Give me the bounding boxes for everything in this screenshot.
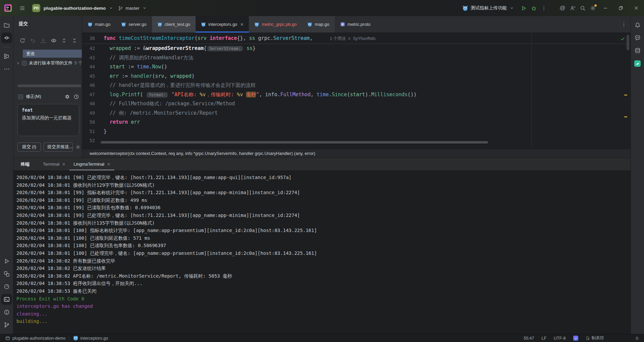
tab-label: map.go [315,22,329,27]
settings-gear-icon[interactable] [588,3,598,13]
line-number: 50 [82,118,101,127]
tab-close-icon[interactable]: ✕ [62,162,65,167]
eye-icon[interactable] [50,37,57,44]
warning-stripe-mark[interactable] [624,95,627,96]
unversioned-checkbox[interactable] [22,61,27,66]
services-icon[interactable] [1,269,12,279]
project-folder-icon[interactable] [1,20,12,31]
tab-close-icon[interactable]: ✕ [240,22,244,27]
encoding-widget[interactable]: UTF-8 [554,336,566,341]
ai-chat-icon[interactable] [632,33,643,43]
run-icon[interactable] [1,256,12,267]
terminal-icon[interactable] [1,294,12,305]
commit-and-push-button[interactable]: 提交并推送... [44,142,73,152]
search-icon[interactable] [578,3,588,13]
database-icon[interactable] [632,45,643,56]
amend-checkbox[interactable] [18,94,23,99]
inspections-ok-icon[interactable] [620,36,625,41]
git-icon[interactable] [1,320,12,330]
indent-style-widget[interactable]: 制表符 [586,335,604,341]
cursor-position-widget[interactable]: 55:47 [524,336,534,341]
profiler-icon[interactable] [1,281,12,292]
terminal-line: 2026/02/04 18:38:53 程序收到退出信号，开始关闭... [16,280,631,287]
vcs-log-icon[interactable] [1,51,12,62]
ai-assistant-at-icon[interactable]: @ [557,3,568,13]
project-widget[interactable]: PD plugable-authorization-demo [32,4,113,12]
more-actions-icon[interactable] [539,3,549,13]
problems-icon[interactable] [1,307,12,318]
tab-list-more-icon[interactable]: ⋮ [617,16,631,33]
editor-tab-map.go[interactable]: map.go [302,16,334,33]
editor-tab-client_test.go[interactable]: client_test.go [152,16,196,33]
commit-message-editor[interactable]: feat 添加测试用的一元拦截器 [17,104,79,136]
unversioned-files-row[interactable]: 未进行版本管理的文件 5 个文... [16,60,82,66]
vcs-widget[interactable]: master [118,6,146,11]
terminal-line: building... [16,318,631,325]
terminal-tab-LingmaTerminal[interactable]: LingmaTerminal✕ [69,158,114,170]
ai-generate-icon[interactable] [64,94,70,100]
expand-all-icon[interactable] [60,37,68,44]
terminal-tab-label: Terminal [43,162,59,167]
chevron-right-icon[interactable] [16,61,20,65]
tab-close-icon[interactable]: ✕ [107,162,110,167]
editor-vertical-scrollbar[interactable] [627,35,629,50]
editor-tab-metric_grpc.pb.go[interactable]: metric_grpc.pb.go [249,16,302,33]
code-area[interactable]: 38func timeCostStreamInterceptor(srv int… [82,33,631,149]
terminal-line: 2026/02/04 18:38:01 接收到共计129字节数据(以JSON格式… [16,181,631,189]
changes-group-row[interactable]: 更改 [23,50,82,58]
run-config-gopher-icon [462,5,468,11]
terminal-tab-Terminal[interactable]: Terminal✕ [39,158,69,170]
line-number: 47 [82,90,101,100]
editor-tab-server.go[interactable]: server.go [116,16,152,33]
breadcrumb-file[interactable]: interceptors.go [80,336,108,341]
restore-button[interactable] [613,0,629,16]
go-file-icon [307,22,312,27]
project-name: plugable-authorization-demo [44,6,106,11]
add-user-icon[interactable] [568,3,578,13]
go-file-icon [88,22,93,27]
main-menu-icon[interactable] [17,3,27,13]
warning-stripe-mark[interactable] [624,116,627,117]
go-file-icon [254,22,259,27]
project-window-icon[interactable] [5,336,10,341]
terminal-line: 2026/02/04 18:38:01 [99] 已读取到丢包率数值: 0.69… [16,204,631,212]
close-button[interactable] [629,0,644,16]
editor-tab-main.go[interactable]: main.go [82,16,116,33]
line-number: 43 [82,53,101,63]
collapse-all-icon[interactable] [71,37,78,44]
code-line: 49 // 例: /metric.MonitorService/Report [82,109,631,118]
amend-label: 修正(M) [26,94,41,100]
editor-horizontal-scrollbar[interactable] [101,141,488,144]
debug-button[interactable] [529,3,539,13]
code-line: 48 // FullMethod格式: /package.Service/Met… [82,99,631,109]
indent-config-icon [586,336,590,340]
run-configuration[interactable]: 测试指标上传功能 [462,5,514,11]
more-icon[interactable] [1,64,12,74]
tab-label: main.go [95,22,110,27]
line-separator-widget[interactable]: LF [541,336,546,341]
terminal-panel-label[interactable]: 终端 [21,158,30,170]
history-clock-icon[interactable] [73,94,79,100]
breadcrumb-project[interactable]: plugable-authorization-demo [12,336,65,341]
chevron-down-icon [510,6,514,10]
undo-icon[interactable] [29,37,37,44]
line-number: 48 [82,99,101,109]
commit-icon[interactable] [1,33,12,43]
commit-options-gear-icon[interactable] [75,145,80,150]
editor-tab-interceptors.go[interactable]: interceptors.go✕ [196,16,249,33]
run-button[interactable] [519,3,529,13]
terminal-output[interactable]: 2026/02/04 18:38:01 [98] 已处理完毕，键名: [host… [13,171,631,334]
line-number: 46 [82,81,101,90]
notifications-bell-icon[interactable] [632,20,643,31]
refresh-icon[interactable] [19,37,26,44]
commit-button[interactable]: 提交 (I) [17,142,41,152]
lock-icon[interactable] [635,336,639,340]
lingma-icon[interactable] [632,58,643,69]
editor-tab-metric.proto[interactable]: Pmetric.proto [335,16,376,33]
changes-horizontal-scrollbar[interactable] [17,84,81,87]
code-vision[interactable]: 1 个用法SyYhunfhds [330,33,375,44]
minimize-button[interactable] [598,0,613,16]
apply-patch-icon[interactable] [40,37,47,44]
lingma-icon[interactable] [573,336,578,341]
line-number: 49 [82,109,101,118]
